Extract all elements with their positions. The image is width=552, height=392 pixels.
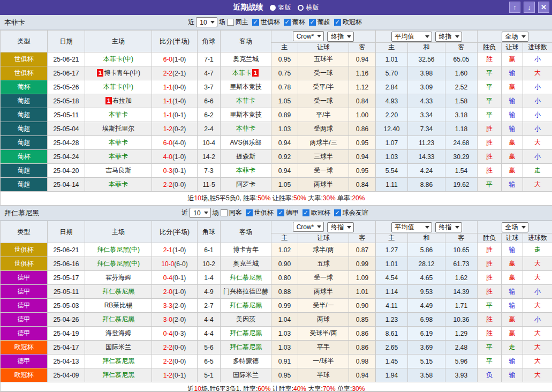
away-team-cell: AVS俱乐部 — [221, 136, 271, 150]
team-link[interactable]: 里斯本竞技 — [230, 83, 262, 91]
odds-source-select[interactable]: Crow* — [293, 31, 324, 41]
team-link[interactable]: 拜仁慕尼黑(中) — [97, 246, 140, 253]
odds-home: 1.03 — [271, 122, 298, 136]
titlebar-center: 近期战绩 竖版 横版 — [0, 3, 552, 12]
result-handicap: 赢 — [502, 52, 523, 66]
team-link[interactable]: 提森斯 — [236, 153, 255, 160]
team-link[interactable]: 本菲卡 — [109, 139, 128, 146]
titlebar: 近期战绩 竖版 横版 ↑ ↓ ✕ — [0, 0, 552, 15]
away-team-cell: 里斯本竞技 — [221, 80, 271, 94]
score-cell: 2-2(0-0) — [152, 341, 198, 355]
team-link[interactable]: AVS俱乐部 — [230, 139, 261, 146]
move-down-button[interactable]: ↓ — [524, 2, 535, 13]
team-link[interactable]: 拜仁慕尼黑 — [230, 343, 262, 351]
league-checkbox[interactable]: ✓ — [252, 19, 259, 26]
average-final-select[interactable]: 终指 — [435, 222, 462, 232]
league-checkbox[interactable]: ✓ — [277, 209, 284, 216]
odds-away: 0.84 — [349, 94, 376, 108]
avg-home: 12.40 — [376, 122, 408, 136]
team-link[interactable]: 博卡青年(中) — [104, 69, 140, 77]
team-link[interactable]: 博卡青年 — [233, 246, 259, 253]
team-link[interactable]: 海登海姆 — [105, 329, 131, 337]
average-final-select[interactable]: 终指 — [435, 32, 462, 42]
close-button[interactable]: ✕ — [538, 2, 549, 13]
team-link[interactable]: 多特蒙德 — [233, 357, 259, 365]
team-link[interactable]: 本菲卡(中) — [103, 83, 133, 91]
result-goals: 走 — [523, 243, 552, 257]
team-link[interactable]: 拜仁慕尼黑 — [230, 301, 262, 309]
average-select[interactable]: 平均值 — [391, 222, 432, 232]
team-link[interactable]: 拜仁慕尼黑 — [230, 329, 262, 337]
avg-away: 61.73 — [445, 257, 478, 271]
team-link[interactable]: 布拉加 — [112, 97, 132, 104]
avg-home: 1.94 — [376, 368, 408, 382]
away-team-cell: 本菲卡 — [221, 94, 271, 108]
team-link[interactable]: 本菲卡 — [232, 69, 252, 77]
chevron-down-icon — [210, 21, 215, 24]
match-type-badge: 德甲 — [1, 299, 48, 313]
league-checkbox[interactable]: ✓ — [246, 209, 253, 216]
result-handicap: 赢 — [502, 80, 523, 94]
avg-draw: 11.23 — [408, 136, 445, 150]
column-subheader: 客 — [445, 233, 478, 243]
same-venue-checkbox[interactable] — [227, 19, 234, 26]
recent-count-select[interactable]: 10 — [196, 17, 217, 27]
same-venue-checkbox[interactable] — [221, 209, 228, 216]
page-title: 近期战绩 — [233, 3, 263, 12]
team-link[interactable]: 本菲卡 — [236, 125, 255, 132]
team-link[interactable]: 霍芬海姆 — [105, 274, 131, 281]
fulltime-score: 1-2 — [163, 125, 172, 133]
team-link[interactable]: 门兴格拉德巴赫 — [223, 288, 268, 295]
team-link[interactable]: 本菲卡 — [109, 153, 128, 160]
home-team-cell: 1布拉加 — [85, 94, 152, 108]
team-link[interactable]: RB莱比锡 — [104, 301, 133, 309]
team-link[interactable]: 拜仁慕尼黑 — [102, 315, 134, 323]
team-section: 本菲卡近10场 同主✓世俱杯✓葡杯✓葡超✓欧冠杯类型日期主场比分(半场)角球客场… — [0, 15, 552, 206]
team-link[interactable]: 美因茨 — [236, 315, 255, 323]
fulltime-select[interactable]: 全场 — [502, 32, 528, 42]
team-link[interactable]: 奥克兰城 — [233, 260, 259, 267]
odds-home: 0.88 — [271, 285, 298, 299]
league-checkbox[interactable]: ✓ — [309, 19, 316, 26]
radio-horizontal[interactable]: 横版 — [298, 3, 319, 12]
team-link[interactable]: 拜仁慕尼黑(中) — [97, 260, 140, 267]
recent-count-select[interactable]: 10 — [190, 208, 210, 218]
move-up-button[interactable]: ↑ — [509, 2, 520, 13]
team-link[interactable]: 里斯本竞技 — [230, 111, 262, 118]
team-link[interactable]: 国际米兰 — [105, 343, 131, 351]
red-card-badge: 1 — [252, 69, 259, 77]
fulltime-select[interactable]: 全场 — [502, 222, 528, 232]
team-link[interactable]: 本菲卡 — [109, 111, 128, 118]
average-select[interactable]: 平均值 — [391, 32, 432, 42]
odds-final-select[interactable]: 终指 — [327, 32, 354, 42]
team-link[interactable]: 本菲卡(中) — [103, 55, 133, 63]
match-type-badge: 葡超 — [1, 122, 48, 136]
team-link[interactable]: 阿罗卡 — [236, 180, 255, 188]
team-link[interactable]: 拜仁慕尼黑 — [230, 274, 262, 281]
league-checkbox[interactable]: ✓ — [334, 19, 341, 26]
chevron-down-icon — [455, 35, 459, 38]
team-link[interactable]: 拜仁慕尼黑 — [102, 371, 134, 379]
league-checkbox[interactable]: ✓ — [284, 19, 291, 26]
filter-controls: 近10场 同客✓世俱杯✓德甲✓欧冠杯✓球会友谊 — [182, 208, 370, 218]
odds-source-select[interactable]: Crow* — [293, 222, 324, 232]
league-checkbox[interactable]: ✓ — [303, 209, 309, 216]
team-link[interactable]: 本菲卡 — [236, 167, 255, 174]
select-value: 平均值 — [395, 223, 414, 232]
team-link[interactable]: 拜仁慕尼黑 — [102, 288, 134, 295]
odds-final-select[interactable]: 终指 — [327, 222, 354, 232]
team-link[interactable]: 埃斯托里尔 — [102, 125, 134, 132]
league-checkbox[interactable]: ✓ — [334, 209, 341, 216]
team-link[interactable]: 吉马良斯 — [105, 167, 131, 174]
result-handicap: 走 — [502, 341, 523, 355]
team-link[interactable]: 拜仁慕尼黑 — [102, 357, 134, 365]
result-handicap: 输 — [502, 243, 523, 257]
avg-away: 1.29 — [445, 327, 478, 341]
team-link[interactable]: 本菲卡 — [236, 97, 255, 104]
home-team-cell: 吉马良斯 — [85, 164, 152, 178]
team-link[interactable]: 本菲卡 — [109, 180, 128, 188]
radio-vertical[interactable]: 竖版 — [270, 3, 291, 12]
red-card-badge: 1 — [105, 97, 112, 104]
team-link[interactable]: 国际米兰 — [233, 371, 259, 379]
team-link[interactable]: 奥克兰城 — [233, 55, 259, 63]
